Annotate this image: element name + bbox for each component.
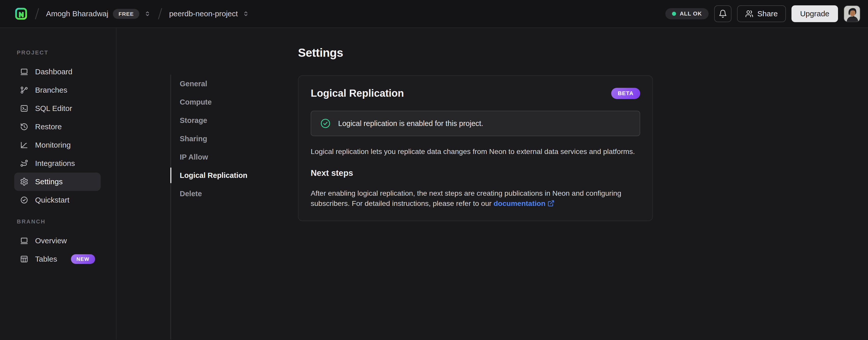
app-shell: PROJECT Dashboard Branches [0, 28, 868, 339]
next-steps-title: Next steps [311, 168, 640, 178]
sidebar-item-integrations[interactable]: Integrations [14, 154, 101, 173]
gear-icon [20, 177, 29, 186]
status-badge[interactable]: ALL OK [665, 8, 708, 19]
replication-description: Logical replication lets you replicate d… [311, 146, 640, 157]
sidebar-item-quickstart[interactable]: Quickstart [14, 191, 101, 209]
sidebar-item-restore[interactable]: Restore [14, 118, 101, 136]
topbar-actions: ALL OK Share Upgrade [665, 5, 860, 22]
sidebar-item-label: SQL Editor [35, 104, 72, 113]
settings-nav-compute[interactable]: Compute [171, 93, 298, 111]
upgrade-button[interactable]: Upgrade [792, 5, 838, 22]
sidebar-item-label: Monitoring [35, 141, 71, 149]
settings-nav-storage[interactable]: Storage [171, 111, 298, 130]
sidebar-section-branch: BRANCH [17, 218, 101, 225]
users-icon [745, 10, 753, 18]
sidebar-item-label: Branches [35, 86, 67, 94]
sidebar-item-dashboard[interactable]: Dashboard [14, 63, 101, 81]
bell-icon [718, 9, 727, 18]
sidebar-item-label: Integrations [35, 159, 75, 168]
terminal-icon [20, 104, 29, 113]
next-steps-text: After enabling logical replication, the … [311, 188, 640, 208]
sidebar-item-branches[interactable]: Branches [14, 81, 101, 99]
documentation-link[interactable]: documentation [494, 199, 545, 207]
org-plan-badge: FREE [113, 9, 139, 19]
history-icon [20, 122, 29, 131]
settings-nav-sharing[interactable]: Sharing [171, 130, 298, 148]
settings-nav-general[interactable]: General [171, 75, 298, 93]
breadcrumb-divider [158, 8, 162, 20]
sidebar-item-label: Settings [35, 177, 63, 186]
breadcrumb-project[interactable]: peerdb-neon-project [169, 9, 249, 18]
notifications-button[interactable] [714, 5, 732, 22]
replication-enabled-alert: Logical replication is enabled for this … [311, 111, 640, 136]
settings-subnav: General Compute Storage Sharing IP Allow… [170, 75, 298, 339]
external-link-icon[interactable] [548, 200, 555, 207]
chart-icon [20, 141, 29, 149]
dashboard-icon [20, 67, 29, 76]
check-circle-icon [20, 196, 29, 204]
route-icon [20, 159, 29, 168]
chevron-up-down-icon[interactable] [242, 10, 249, 17]
topbar: Amogh Bharadwaj FREE peerdb-neon-project… [0, 0, 868, 28]
status-label: ALL OK [680, 10, 702, 17]
sidebar-item-settings[interactable]: Settings [14, 173, 101, 191]
new-badge: NEW [71, 254, 95, 264]
sidebar: PROJECT Dashboard Branches [0, 28, 117, 339]
next-steps-text-before: After enabling logical replication, the … [311, 189, 621, 207]
chevron-up-down-icon[interactable] [144, 10, 151, 17]
settings-nav-delete[interactable]: Delete [171, 185, 298, 203]
sidebar-item-label: Restore [35, 122, 62, 131]
logical-replication-card: Logical Replication BETA Logical replica… [298, 75, 653, 221]
check-circle-icon [320, 118, 331, 129]
share-button[interactable]: Share [737, 5, 786, 22]
sidebar-section-project: PROJECT [17, 49, 101, 56]
settings-nav-logical-replication[interactable]: Logical Replication [171, 166, 298, 185]
sidebar-item-label: Quickstart [35, 196, 69, 204]
table-icon [20, 255, 29, 263]
sidebar-item-overview[interactable]: Overview [14, 232, 101, 250]
beta-badge: BETA [611, 88, 640, 99]
git-branch-icon [20, 86, 29, 94]
breadcrumb-org[interactable]: Amogh Bharadwaj FREE [46, 9, 151, 19]
sidebar-item-label: Dashboard [35, 67, 72, 76]
sidebar-item-sql-editor[interactable]: SQL Editor [14, 99, 101, 118]
project-name: peerdb-neon-project [169, 9, 238, 18]
main-content: Settings Logical Replication BETA Logica… [298, 28, 653, 339]
settings-nav-ip-allow[interactable]: IP Allow [171, 148, 298, 166]
avatar[interactable] [844, 5, 860, 22]
status-ok-dot-icon [672, 12, 676, 16]
window-icon [20, 236, 29, 245]
upgrade-label: Upgrade [800, 9, 829, 18]
sidebar-item-label: Overview [35, 236, 67, 245]
alert-text: Logical replication is enabled for this … [338, 119, 483, 128]
sidebar-item-tables[interactable]: Tables NEW [14, 250, 101, 268]
share-label: Share [757, 9, 778, 18]
page-title: Settings [298, 46, 653, 60]
breadcrumb-divider [35, 8, 39, 20]
neon-logo-icon[interactable] [14, 7, 28, 21]
org-name: Amogh Bharadwaj [46, 9, 108, 18]
card-title: Logical Replication [311, 88, 404, 99]
sidebar-item-label: Tables [35, 255, 57, 263]
sidebar-item-monitoring[interactable]: Monitoring [14, 136, 101, 154]
